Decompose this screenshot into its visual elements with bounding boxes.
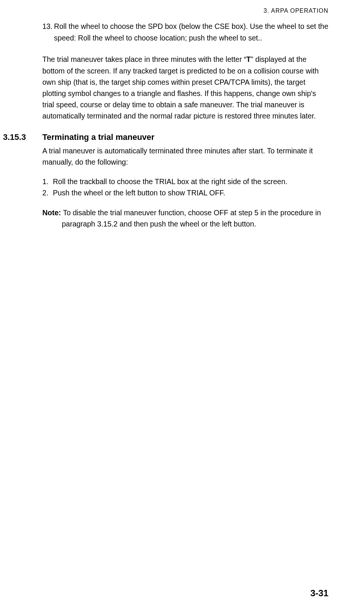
note-label: Note:	[42, 208, 61, 217]
note-text: To disable the trial maneuver function, …	[61, 208, 321, 228]
para-text-post: ” displayed at the bottom of the screen.…	[42, 55, 319, 120]
note-block: Note: To disable the trial maneuver func…	[42, 207, 328, 230]
section-number: 3.15.3	[3, 132, 42, 142]
numbered-list: 1. Roll the trackball to choose the TRIA…	[42, 176, 328, 198]
page-content: 13. Roll the wheel to choose the SPD box…	[42, 21, 328, 230]
page-number: 3-31	[310, 588, 328, 598]
page-header: 3. ARPA OPERATION	[264, 8, 328, 14]
list-item-text: Push the wheel or the left button to sho…	[53, 187, 225, 198]
list-item-number: 2.	[42, 187, 53, 198]
step-13-number: 13.	[42, 21, 52, 44]
list-item-text: Roll the trackball to choose the TRIAL b…	[53, 176, 287, 187]
paragraph-trial-maneuver: The trial maneuver takes place in three …	[42, 54, 328, 122]
list-item: 1. Roll the trackball to choose the TRIA…	[42, 176, 328, 187]
list-item-number: 1.	[42, 176, 53, 187]
section-title: Terminating a trial maneuver	[42, 132, 154, 142]
para-text-bold-t: T	[246, 55, 251, 63]
step-13: 13. Roll the wheel to choose the SPD box…	[42, 21, 328, 44]
para-text-pre: The trial maneuver takes place in three …	[42, 55, 246, 63]
step-13-text: Roll the wheel to choose the SPD box (be…	[54, 21, 328, 44]
section-heading-row: 3.15.3 Terminating a trial maneuver	[3, 132, 328, 142]
section-intro: A trial maneuver is automatically termin…	[42, 145, 328, 168]
list-item: 2. Push the wheel or the left button to …	[42, 187, 328, 198]
